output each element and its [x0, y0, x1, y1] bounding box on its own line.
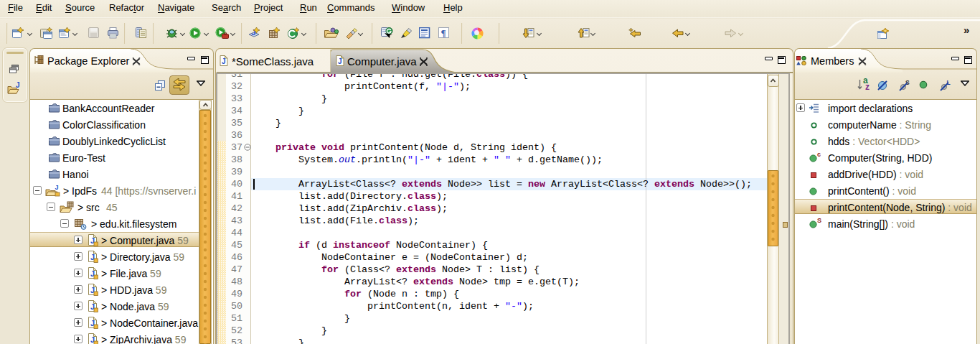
svg-text:J: J: [338, 57, 342, 65]
svg-text:J: J: [55, 185, 59, 191]
svg-text:J: J: [16, 82, 20, 89]
svg-text:J: J: [222, 57, 226, 65]
svg-text:¶: ¶: [441, 27, 446, 38]
